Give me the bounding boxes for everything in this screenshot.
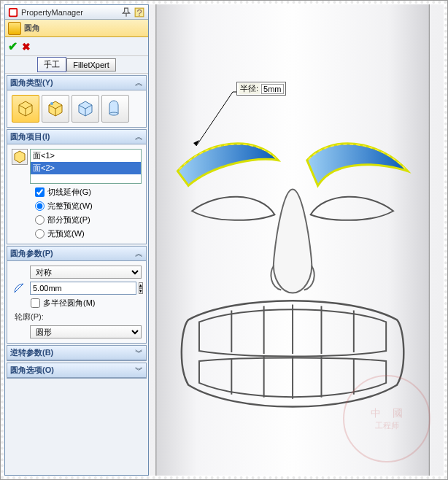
- radius-icon: [12, 282, 28, 295]
- type-variable-radius[interactable]: [42, 95, 69, 123]
- profile-select[interactable]: 圆形: [30, 325, 142, 338]
- tangent-propagation-checkbox[interactable]: 切线延伸(G): [10, 185, 143, 199]
- pm-help-icon[interactable]: ?: [134, 7, 145, 18]
- symmetric-select[interactable]: 对称: [30, 266, 142, 279]
- section-fillet-params: 圆角参数(P) ︽ 对称 ▴▾ 多半径圆角(M) 轮廓(P): 圆形: [7, 246, 147, 344]
- svg-point-5: [109, 112, 118, 115]
- ok-button[interactable]: ✔: [8, 39, 18, 53]
- list-item[interactable]: 面<1>: [31, 150, 141, 162]
- svg-rect-1: [10, 9, 17, 15]
- radius-spinner[interactable]: ▴▾: [139, 282, 143, 294]
- list-item[interactable]: 面<2>: [31, 162, 141, 174]
- partial-preview-radio[interactable]: 部分预览(P): [10, 213, 143, 227]
- section-header-items[interactable]: 圆角项目(I) ︽: [7, 130, 146, 144]
- type-face-fillet[interactable]: [72, 95, 99, 123]
- radius-input[interactable]: [30, 282, 136, 295]
- radius-callout[interactable]: 半径: 5mm: [236, 82, 286, 96]
- expand-icon: ︾: [135, 365, 143, 376]
- collapse-icon: ︽: [135, 248, 143, 259]
- model-face: [149, 4, 444, 476]
- tab-filletxpert[interactable]: FilletXpert: [66, 58, 116, 71]
- feature-title-bar: 圆角: [5, 20, 148, 37]
- pm-logo-icon: [8, 7, 18, 18]
- graphics-viewport[interactable]: 半径: 5mm: [149, 4, 444, 476]
- callout-value[interactable]: 5mm: [261, 84, 283, 94]
- collapse-icon: ︽: [135, 77, 143, 88]
- no-preview-radio[interactable]: 无预览(W): [10, 227, 143, 241]
- multi-radius-checkbox[interactable]: 多半径圆角(M): [10, 296, 143, 310]
- section-reverse-params: 逆转参数(B) ︾: [7, 345, 147, 361]
- svg-point-4: [50, 102, 53, 105]
- section-fillet-items: 圆角项目(I) ︽ 面<1> 面<2> 切线延伸(G) 完整预览(W) 部分预览…: [7, 129, 147, 244]
- section-header-reverse[interactable]: 逆转参数(B) ︾: [7, 346, 146, 360]
- section-header-options[interactable]: 圆角选项(O) ︾: [7, 363, 146, 378]
- profile-label: 轮廓(P):: [10, 310, 143, 324]
- tab-manual[interactable]: 手工: [37, 57, 66, 72]
- fillet-feature-icon: [8, 22, 21, 35]
- property-manager-panel: PropertyManager ? 圆角 ✔ ✖ 手工 FilletXpert …: [4, 4, 149, 476]
- type-constant-radius[interactable]: [12, 95, 39, 123]
- type-full-round[interactable]: [101, 95, 129, 123]
- full-preview-radio[interactable]: 完整预览(W): [10, 199, 143, 213]
- section-fillet-options: 圆角选项(O) ︾: [7, 363, 147, 379]
- mode-tabs: 手工 FilletXpert: [5, 56, 148, 74]
- section-header-type[interactable]: 圆角类型(Y) ︽: [7, 76, 146, 90]
- pm-pin-icon[interactable]: [120, 7, 132, 18]
- selection-filter-icon[interactable]: [12, 149, 28, 165]
- feature-title: 圆角: [24, 23, 40, 34]
- section-fillet-type: 圆角类型(Y) ︽: [7, 75, 147, 128]
- svg-text:?: ?: [136, 7, 142, 18]
- pm-title: PropertyManager: [21, 8, 117, 17]
- selection-list[interactable]: 面<1> 面<2>: [30, 149, 142, 184]
- callout-label: 半径:: [239, 83, 260, 94]
- section-header-params[interactable]: 圆角参数(P) ︽: [7, 247, 146, 261]
- pm-header: PropertyManager ?: [5, 5, 148, 20]
- action-row: ✔ ✖: [5, 37, 148, 56]
- collapse-icon: ︽: [135, 131, 143, 142]
- cancel-button[interactable]: ✖: [22, 41, 31, 53]
- expand-icon: ︾: [135, 347, 143, 358]
